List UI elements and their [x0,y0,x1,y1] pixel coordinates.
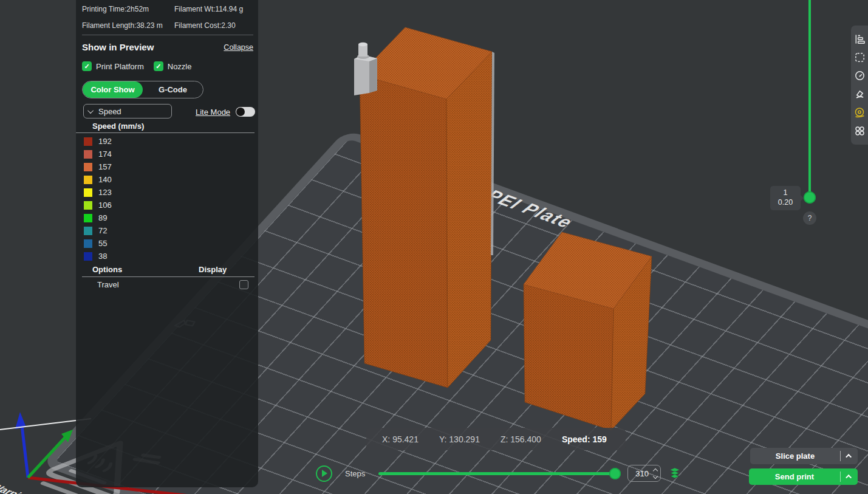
status-speed: Speed: 159 [562,434,607,444]
preview-toggles: ✓ Print Platform ✓ Nozzle [82,61,192,71]
select-plate-icon[interactable] [853,51,866,63]
help-button[interactable]: ? [803,211,816,225]
layer-number: 1 [784,188,788,198]
legend-item: 174 [84,148,112,160]
slicer-preview-window: d PEI Plate Warning h [0,0,868,494]
layer-tooltip: 1 0.20 [770,186,801,210]
checkbox-travel[interactable] [239,280,248,289]
status-x: X: 95.421 [382,434,419,444]
legend-item: 192 [84,135,112,148]
plate-type-label: d PEI Plate [465,180,578,232]
steps-stepper[interactable] [654,469,657,478]
panel-title: Show in Preview [82,42,154,52]
divider [82,35,253,35]
spotlight-icon[interactable] [853,88,866,100]
slider-handle[interactable] [609,468,621,479]
stat-filament-weight: Filament Wt:114.94 g [174,5,257,13]
position-status-bar: X: 95.421 Y: 130.291 Z: 156.400 Speed: 1… [366,428,626,450]
legend-item: 140 [84,173,112,186]
layer-slider-track[interactable] [808,0,811,193]
stat-filament-length: Filament Length:38.23 m [82,21,174,30]
chevron-up-icon [846,475,852,481]
steps-slider[interactable] [378,468,615,479]
color-swatch [84,252,92,261]
divider [82,276,255,277]
legend-item: 55 [84,237,112,250]
tab-gcode[interactable]: G-Code [143,81,203,98]
steps-input[interactable]: 310 [627,465,661,482]
legend-item: 72 [84,224,112,237]
color-swatch [84,163,92,171]
preview-panel: Printing Time:2h52m Filament Wt:114.94 g… [76,0,258,487]
lite-mode-label: Lite Mode [196,108,230,117]
chevron-down-icon [87,108,94,114]
view-mode-tabs: Color Show G-Code [82,81,203,98]
legend-item: 38 [84,250,112,262]
checkbox-print-platform[interactable]: ✓ Print Platform [82,61,144,71]
color-swatch [84,201,92,210]
slice-options-arrow[interactable] [841,454,858,458]
checkbox-checked-icon: ✓ [154,61,163,71]
toggle-knob [236,108,245,116]
options-header: Options [92,265,122,274]
send-options-arrow[interactable] [841,475,858,479]
tab-color-show[interactable]: Color Show [83,81,143,98]
slice-plate-button[interactable]: Slice plate [750,448,858,464]
view-toolbar [851,26,868,145]
legend-title: Speed (mm/s) [92,122,144,131]
layers-icon[interactable] [669,466,680,481]
legend-item: 123 [84,186,112,199]
color-scheme-dropdown[interactable]: Speed [83,104,172,118]
color-swatch [84,188,92,197]
nozzle-marker [354,43,377,95]
color-swatch [84,227,92,235]
divider [76,132,255,133]
collapse-link[interactable]: Collapse [224,43,253,52]
speed-legend: 192 174 157 140 123 106 89 72 55 38 [84,135,112,262]
chevron-down-icon [653,473,658,478]
chevron-up-icon [846,454,852,460]
checkbox-checked-icon: ✓ [82,61,92,71]
checkbox-nozzle[interactable]: ✓ Nozzle [154,61,192,71]
status-y: Y: 130.291 [439,434,480,444]
steps-bar: Steps 310 [316,464,680,483]
lite-mode-control: Lite Mode [196,107,255,117]
legend-item: 89 [84,211,112,224]
layer-slider-handle[interactable] [804,191,816,204]
filament-spool-icon[interactable] [853,106,866,118]
color-swatch [84,137,92,146]
play-icon [322,470,327,477]
legend-item: 157 [84,160,112,173]
adaptive-layer-height-icon[interactable] [853,33,866,45]
display-header: Display [199,265,227,274]
speed-gauge-icon[interactable] [853,70,866,82]
status-z: Z: 156.400 [501,434,541,444]
steps-value: 310 [635,469,649,478]
send-print-button[interactable]: Send print [749,468,858,485]
steps-label: Steps [345,469,365,478]
stat-filament-cost: Filament Cost:2.30 [174,21,257,30]
option-row-travel: Travel [97,280,248,289]
color-swatch [84,214,92,222]
color-swatch [84,150,92,159]
slider-track [378,472,615,475]
layer-height: 0.20 [778,198,793,208]
color-swatch [84,239,92,248]
print-stats: Printing Time:2h52m Filament Wt:114.94 g… [82,5,257,30]
chevron-up-icon [653,468,658,473]
arrange-icon[interactable] [853,125,866,137]
play-button[interactable] [316,465,332,482]
legend-item: 106 [84,199,112,211]
color-swatch [84,176,92,184]
lite-mode-toggle[interactable] [236,107,255,117]
stat-printing-time: Printing Time:2h52m [82,5,174,13]
